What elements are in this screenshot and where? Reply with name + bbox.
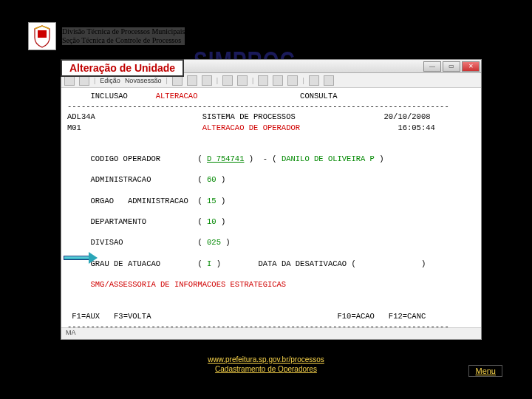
- toolbar-icon[interactable]: [202, 75, 212, 86]
- statusbar: MA: [61, 327, 481, 339]
- footer-links: www.prefeitura.sp.gov.br/processos Cadas…: [0, 355, 532, 374]
- date: 20/10/2008: [384, 112, 431, 121]
- toolbar-separator: |: [302, 77, 304, 84]
- toolbar-icon[interactable]: [324, 75, 334, 86]
- f10: F10=ACAO: [338, 312, 375, 321]
- toolbar-separator: |: [166, 77, 167, 84]
- divisao-val: 025: [207, 238, 221, 247]
- sys-title: SISTEMA DE PROCESSOS: [202, 112, 296, 121]
- header-line2: Seção Técnica de Controle de Processos: [62, 36, 185, 45]
- highlight-line: SMG/ASSESSORIA DE INFORMACOES ESTRATEGIC…: [91, 280, 287, 289]
- city-crest-icon: [28, 22, 56, 50]
- dashline: ----------------------------------------…: [67, 102, 449, 111]
- menu-button[interactable]: Menu: [468, 365, 502, 377]
- toolbar-icon[interactable]: [287, 75, 298, 86]
- lbl-depto: DEPARTAMENTO: [91, 217, 147, 226]
- toolbar-icon[interactable]: [258, 75, 268, 86]
- toolbar-icon[interactable]: [237, 75, 248, 86]
- screen-id: ADL34A: [67, 112, 95, 121]
- lbl-admin: ADMINISTRACAO: [91, 175, 151, 184]
- m01: M01: [67, 123, 81, 132]
- codigo-name: DANILO DE OLIVEIRA P: [282, 154, 375, 163]
- status-left: MA: [66, 329, 76, 338]
- codigo-val: D 754741: [207, 154, 244, 163]
- toolbar-icon[interactable]: [309, 75, 319, 86]
- lbl-data-desativ: DATA DA DESATIVACAO (: [258, 259, 355, 268]
- lbl-orgao: ORGAO ADMINISTRACAO: [91, 197, 188, 205]
- terminal-window: — ▭ ✕ | Edição Novasessão | | | | INCLUS…: [61, 59, 482, 340]
- toolbar-separator: |: [216, 77, 218, 84]
- toolbar-separator: |: [94, 77, 95, 84]
- terminal-screen[interactable]: INCLUSAO ALTERACAO CONSULTA ------------…: [61, 88, 481, 327]
- subtitle: ALTERACAO DE OPERADOR: [202, 123, 300, 132]
- toolbar-icon[interactable]: [187, 75, 197, 86]
- toolbar-newsession[interactable]: Novasessão: [125, 77, 162, 84]
- slide-tag: Alteração de Unidade: [61, 59, 184, 77]
- menu-consulta: CONSULTA: [300, 92, 337, 100]
- footer-link-cadastro[interactable]: Cadastramento de Operadores: [0, 364, 532, 374]
- lbl-codigo: CODIGO OPERADOR: [91, 154, 161, 163]
- toolbar-icon[interactable]: [273, 75, 283, 86]
- dashline: ----------------------------------------…: [67, 322, 449, 327]
- time: 16:05:44: [398, 123, 434, 132]
- minimize-button[interactable]: —: [423, 61, 441, 72]
- close-button[interactable]: ✕: [462, 61, 480, 72]
- f12: F12=CANC: [389, 312, 426, 321]
- toolbar-icon[interactable]: [222, 75, 233, 86]
- pointer-arrow-icon: [64, 253, 98, 262]
- toolbar-edit[interactable]: Edição: [100, 77, 120, 84]
- header: Divisão Técnica de Processos Municipais …: [28, 22, 185, 50]
- toolbar-separator: |: [252, 77, 253, 84]
- header-text: Divisão Técnica de Processos Municipais …: [62, 27, 185, 45]
- svg-rect-0: [38, 30, 47, 38]
- admin-val: 60: [207, 175, 216, 184]
- lbl-grau: GRAU DE ATUACAO: [91, 259, 161, 268]
- header-line1: Divisão Técnica de Processos Municipais: [62, 27, 185, 36]
- orgao-val: 15: [207, 197, 216, 205]
- depto-val: 10: [207, 217, 216, 226]
- lbl-divisao: DIVISAO: [91, 238, 123, 247]
- menu-inclusao: INCLUSAO: [91, 92, 128, 100]
- f1: F1=AUX: [72, 312, 100, 321]
- menu-alteracao: ALTERACAO: [156, 92, 198, 100]
- footer-link-url[interactable]: www.prefeitura.sp.gov.br/processos: [0, 355, 532, 364]
- maximize-button[interactable]: ▭: [443, 61, 460, 72]
- f3: F3=VOLTA: [114, 312, 151, 321]
